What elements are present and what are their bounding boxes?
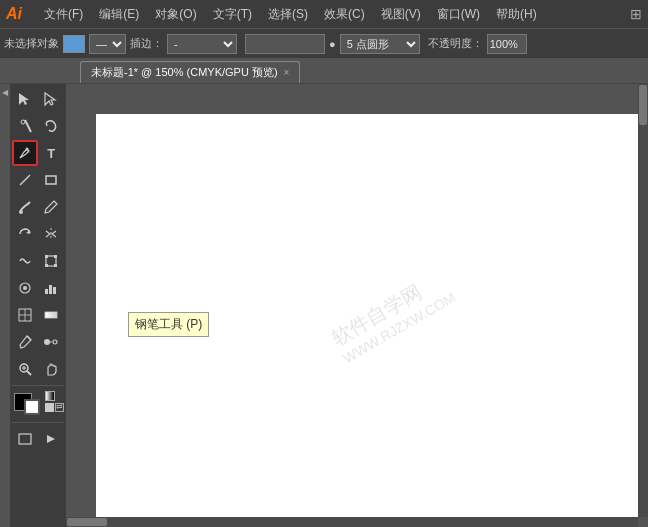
- symbol-tool[interactable]: [12, 275, 38, 301]
- blend-tool[interactable]: [39, 329, 65, 355]
- style-input[interactable]: [245, 34, 325, 54]
- menu-file[interactable]: 文件(F): [38, 4, 89, 25]
- horizontal-scrollbar[interactable]: [66, 517, 638, 527]
- svg-marker-34: [47, 435, 55, 443]
- svg-line-25: [27, 336, 31, 340]
- menu-window[interactable]: 窗口(W): [431, 4, 486, 25]
- eyedropper-tool[interactable]: [12, 329, 38, 355]
- app-logo: Ai: [6, 5, 30, 23]
- svg-point-4: [25, 148, 28, 151]
- pen-tool[interactable]: [12, 140, 38, 166]
- menu-select[interactable]: 选择(S): [262, 4, 314, 25]
- gradient-tool[interactable]: [39, 302, 65, 328]
- rotate-tool[interactable]: [12, 221, 38, 247]
- swap-colors[interactable]: ⇄: [55, 403, 64, 412]
- canvas: 软件自学网 WWW.RJZXW.COM: [96, 114, 638, 517]
- panel-collapse[interactable]: ◀: [0, 84, 10, 527]
- hand-tool[interactable]: [39, 356, 65, 382]
- warp-tool[interactable]: [12, 248, 38, 274]
- menu-object[interactable]: 对象(O): [149, 4, 202, 25]
- menu-view[interactable]: 视图(V): [375, 4, 427, 25]
- stroke-swatch[interactable]: [24, 399, 40, 415]
- stroke-size-select[interactable]: -: [167, 34, 237, 54]
- pencil-tool[interactable]: [39, 194, 65, 220]
- brush-select[interactable]: 5 点圆形: [340, 34, 420, 54]
- vertical-scrollbar[interactable]: [638, 84, 648, 517]
- tab-close-button[interactable]: ×: [284, 67, 290, 78]
- line-tool[interactable]: [12, 167, 38, 193]
- menu-effect[interactable]: 效果(C): [318, 4, 371, 25]
- stroke-type-select[interactable]: —: [89, 34, 126, 54]
- svg-marker-1: [45, 93, 55, 105]
- canvas-area: 软件自学网 WWW.RJZXW.COM 钢笔工具 (P): [66, 84, 648, 527]
- toolbar: 未选择对象 — 插边： - ● 5 点圆形 不透明度：: [0, 28, 648, 58]
- svg-rect-19: [49, 285, 52, 294]
- svg-rect-13: [54, 255, 57, 258]
- left-panel: ◀: [0, 84, 66, 527]
- svg-point-3: [21, 120, 25, 124]
- svg-line-2: [25, 120, 31, 132]
- lasso-tool[interactable]: [39, 113, 65, 139]
- rect-tool[interactable]: [39, 167, 65, 193]
- reflect-tool[interactable]: [39, 221, 65, 247]
- svg-point-17: [23, 286, 27, 290]
- free-transform-tool[interactable]: [39, 248, 65, 274]
- svg-marker-0: [19, 93, 29, 105]
- svg-point-8: [19, 210, 23, 214]
- direct-selection-tool[interactable]: [39, 86, 65, 112]
- hscroll-thumb[interactable]: [67, 518, 107, 526]
- menu-edit[interactable]: 编辑(E): [93, 4, 145, 25]
- document-tab[interactable]: 未标题-1* @ 150% (CMYK/GPU 预览) ×: [80, 61, 300, 83]
- svg-rect-33: [19, 434, 31, 444]
- tab-title: 未标题-1* @ 150% (CMYK/GPU 预览): [91, 65, 278, 80]
- mesh-tool[interactable]: [12, 302, 38, 328]
- svg-rect-7: [46, 176, 56, 184]
- toolbox: T: [10, 84, 66, 527]
- opacity-label: 不透明度：: [428, 36, 483, 51]
- vscroll-thumb[interactable]: [639, 85, 647, 125]
- workspace-switcher[interactable]: ⊞: [630, 6, 642, 22]
- svg-rect-15: [54, 264, 57, 267]
- column-graph-tool[interactable]: [39, 275, 65, 301]
- svg-point-26: [44, 339, 50, 345]
- svg-line-30: [27, 371, 31, 375]
- selection-tool[interactable]: [12, 86, 38, 112]
- opacity-input[interactable]: [487, 34, 527, 54]
- magic-wand-tool[interactable]: [12, 113, 38, 139]
- paintbrush-tool[interactable]: [12, 194, 38, 220]
- change-screen-mode[interactable]: [12, 426, 38, 452]
- stroke-label: 插边：: [130, 36, 163, 51]
- tab-bar: 未标题-1* @ 150% (CMYK/GPU 预览) ×: [0, 58, 648, 84]
- fill-color-box[interactable]: [63, 35, 85, 53]
- title-bar: Ai 文件(F) 编辑(E) 对象(O) 文字(T) 选择(S) 效果(C) 视…: [0, 0, 648, 28]
- no-selection-label: 未选择对象: [4, 36, 59, 51]
- collapse-icon: ◀: [2, 88, 8, 97]
- svg-rect-20: [53, 287, 56, 294]
- svg-rect-12: [45, 255, 48, 258]
- points-label: ●: [329, 38, 336, 50]
- main-area: ◀: [0, 84, 648, 527]
- watermark: 软件自学网 WWW.RJZXW.COM: [327, 265, 458, 366]
- svg-line-6: [20, 175, 30, 185]
- svg-rect-24: [45, 312, 57, 318]
- default-colors[interactable]: [45, 391, 55, 401]
- menu-help[interactable]: 帮助(H): [490, 4, 543, 25]
- artboard-navigation[interactable]: [39, 426, 65, 452]
- none-color[interactable]: [45, 403, 54, 412]
- svg-rect-18: [45, 289, 48, 294]
- type-tool[interactable]: T: [39, 140, 64, 166]
- svg-point-27: [53, 340, 57, 344]
- svg-rect-14: [45, 264, 48, 267]
- menu-type[interactable]: 文字(T): [207, 4, 258, 25]
- zoom-tool[interactable]: [12, 356, 38, 382]
